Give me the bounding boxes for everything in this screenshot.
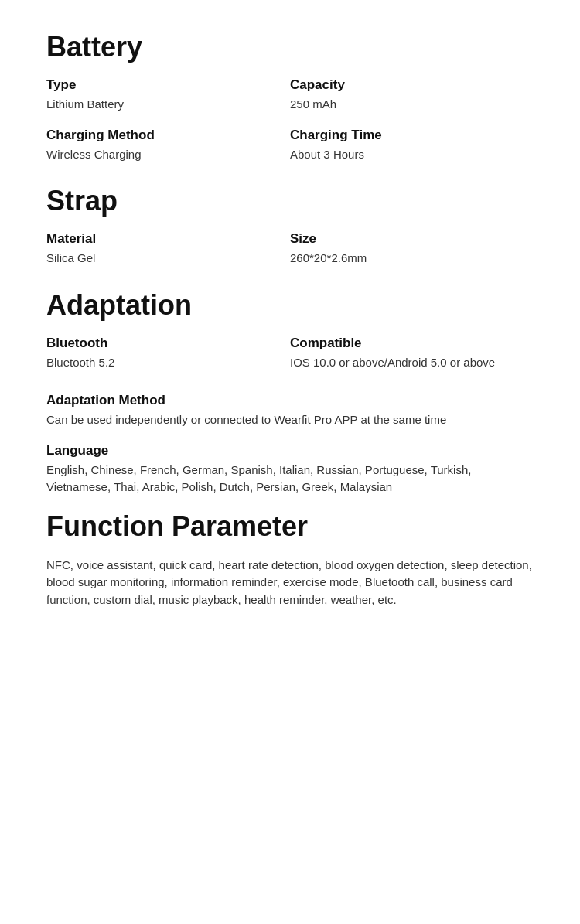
strap-size-item: Size 260*20*2.6mm xyxy=(290,231,534,268)
language-label: Language xyxy=(46,443,534,459)
strap-grid: Material Silica Gel Size 260*20*2.6mm xyxy=(46,231,534,281)
battery-type-item: Type Lithium Battery xyxy=(46,77,290,114)
charging-method-item: Charging Method Wireless Charging xyxy=(46,128,290,164)
adaptation-grid: Bluetooth Bluetooth 5.2 Compatible IOS 1… xyxy=(46,336,534,386)
bluetooth-item: Bluetooth Bluetooth 5.2 xyxy=(46,336,290,372)
charging-time-value: About 3 Hours xyxy=(290,146,534,164)
bluetooth-value: Bluetooth 5.2 xyxy=(46,354,290,372)
battery-capacity-value: 250 mAh xyxy=(290,96,534,114)
adaptation-method-value: Can be used independently or connected t… xyxy=(46,411,534,429)
compatible-value: IOS 10.0 or above/Android 5.0 or above xyxy=(290,354,534,372)
battery-type-value: Lithium Battery xyxy=(46,96,290,114)
strap-material-value: Silica Gel xyxy=(46,250,290,268)
function-parameter-value: NFC, voice assistant, quick card, heart … xyxy=(46,557,534,609)
battery-section: Battery Type Lithium Battery Capacity 25… xyxy=(46,31,534,177)
strap-size-value: 260*20*2.6mm xyxy=(290,250,534,268)
strap-size-label: Size xyxy=(290,231,534,247)
compatible-item: Compatible IOS 10.0 or above/Android 5.0… xyxy=(290,336,534,372)
strap-title: Strap xyxy=(46,185,534,217)
function-parameter-title: Function Parameter xyxy=(46,510,534,543)
charging-time-item: Charging Time About 3 Hours xyxy=(290,128,534,164)
battery-type-label: Type xyxy=(46,77,290,93)
strap-material-item: Material Silica Gel xyxy=(46,231,290,268)
adaptation-title: Adaptation xyxy=(46,289,534,322)
adaptation-method-item: Adaptation Method Can be used independen… xyxy=(46,393,534,429)
battery-title: Battery xyxy=(46,31,534,63)
adaptation-section: Adaptation Bluetooth Bluetooth 5.2 Compa… xyxy=(46,289,534,496)
language-value: English, Chinese, French, German, Spanis… xyxy=(46,462,534,496)
adaptation-method-label: Adaptation Method xyxy=(46,393,534,408)
battery-capacity-item: Capacity 250 mAh xyxy=(290,77,534,114)
charging-time-label: Charging Time xyxy=(290,128,534,143)
charging-method-value: Wireless Charging xyxy=(46,146,290,164)
battery-capacity-label: Capacity xyxy=(290,77,534,93)
strap-section: Strap Material Silica Gel Size 260*20*2.… xyxy=(46,185,534,281)
battery-grid: Type Lithium Battery Capacity 250 mAh Ch… xyxy=(46,77,534,177)
function-parameter-section: Function Parameter NFC, voice assistant,… xyxy=(46,510,534,609)
language-item: Language English, Chinese, French, Germa… xyxy=(46,443,534,496)
charging-method-label: Charging Method xyxy=(46,128,290,143)
strap-material-label: Material xyxy=(46,231,290,247)
compatible-label: Compatible xyxy=(290,336,534,351)
bluetooth-label: Bluetooth xyxy=(46,336,290,351)
